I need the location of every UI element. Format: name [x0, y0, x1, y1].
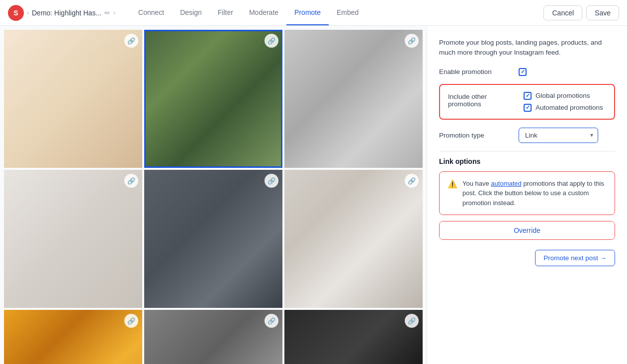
link-icon: 🔗: [265, 34, 278, 48]
automated-promotions-option[interactable]: Automated promotions: [524, 104, 603, 112]
promote-next-button[interactable]: Promote next post →: [535, 250, 615, 266]
logo: S: [8, 5, 24, 21]
image-cell[interactable]: 🔗: [4, 30, 142, 168]
image-cell-selected[interactable]: 🔗: [144, 30, 282, 168]
image-cell[interactable]: 🔗: [284, 310, 423, 364]
image-cell[interactable]: 🔗: [284, 30, 423, 168]
global-promotions-label: Global promotions: [536, 92, 590, 99]
divider: [439, 151, 615, 151]
promotion-type-row: Promotion type Link Email Phone ▾: [439, 128, 615, 143]
tab-connect[interactable]: Connect: [130, 0, 172, 25]
link-icon: 🔗: [124, 314, 138, 328]
breadcrumb-arrow: ›: [27, 9, 29, 16]
warning-content: ⚠️ You have automated promotions that ap…: [448, 179, 607, 208]
enable-promotion-label: Enable promotion: [439, 68, 519, 75]
enable-promotion-row: Enable promotion: [439, 68, 615, 76]
include-promotions-box: Include other promotions Global promotio…: [439, 84, 615, 120]
tab-embed[interactable]: Embed: [329, 0, 366, 25]
promote-next-row: Promote next post →: [439, 250, 615, 266]
enable-promotion-checkbox[interactable]: [519, 68, 527, 76]
panel-description: Promote your blog posts, landing pages, …: [439, 38, 615, 58]
save-button[interactable]: Save: [586, 5, 619, 20]
link-icon: 🔗: [124, 34, 138, 48]
link-icon: 🔗: [265, 174, 278, 188]
image-cell[interactable]: 🔗: [284, 170, 423, 308]
promotions-options: Global promotions Automated promotions: [524, 92, 603, 112]
nav-tabs: Connect Design Filter Moderate Promote E…: [130, 0, 366, 25]
image-cell[interactable]: 🔗: [144, 310, 282, 364]
include-promotions-label: Include other promotions: [448, 93, 518, 108]
header-actions: Cancel Save: [543, 5, 619, 20]
tab-filter[interactable]: Filter: [210, 0, 241, 25]
automated-promotions-checkbox[interactable]: [524, 104, 532, 112]
link-icon: 🔗: [405, 34, 419, 48]
global-promotions-option[interactable]: Global promotions: [524, 92, 603, 100]
image-cell[interactable]: 🔗: [144, 170, 282, 308]
warning-text: You have automated promotions that apply…: [462, 179, 607, 208]
image-cell[interactable]: 🔗: [4, 310, 142, 364]
link-options-title: Link options: [439, 157, 615, 165]
cancel-button[interactable]: Cancel: [543, 5, 582, 20]
breadcrumb-title: Demo: Highlight Has...: [32, 9, 101, 17]
promotion-type-select[interactable]: Link Email Phone: [519, 128, 598, 143]
promotion-type-label: Promotion type: [439, 132, 519, 139]
warning-text-before: You have: [462, 180, 491, 187]
automated-link[interactable]: automated: [491, 180, 521, 187]
promotions-header: Include other promotions Global promotio…: [448, 92, 606, 112]
global-promotions-checkbox[interactable]: [524, 92, 532, 100]
edit-icon[interactable]: ✏: [104, 9, 110, 17]
warning-icon: ⚠️: [448, 179, 457, 189]
link-icon: 🔗: [124, 174, 138, 188]
main-layout: 🔗 🔗 🔗 🔗 🔗 🔗 🔗 🔗: [0, 26, 627, 364]
warning-box: ⚠️ You have automated promotions that ap…: [439, 171, 615, 216]
automated-promotions-label: Automated promotions: [536, 104, 603, 111]
override-box: Override: [439, 221, 615, 240]
image-grid: 🔗 🔗 🔗 🔗 🔗 🔗 🔗 🔗: [4, 30, 423, 364]
right-panel: Promote your blog posts, landing pages, …: [427, 26, 627, 364]
header: S › Demo: Highlight Has... ✏ › Connect D…: [0, 0, 627, 26]
override-button[interactable]: Override: [440, 221, 615, 239]
link-icon: 🔗: [265, 314, 278, 328]
link-icon: 🔗: [405, 314, 419, 328]
image-cell[interactable]: 🔗: [4, 170, 142, 308]
promotion-type-select-wrapper: Link Email Phone ▾: [519, 128, 598, 143]
breadcrumb-arrow-2: ›: [113, 9, 115, 16]
link-icon: 🔗: [405, 174, 419, 188]
tab-promote[interactable]: Promote: [286, 0, 329, 25]
enable-promotion-check[interactable]: [519, 68, 527, 76]
tab-moderate[interactable]: Moderate: [241, 0, 286, 25]
tab-design[interactable]: Design: [172, 0, 210, 25]
image-panel: 🔗 🔗 🔗 🔗 🔗 🔗 🔗 🔗: [0, 26, 427, 364]
